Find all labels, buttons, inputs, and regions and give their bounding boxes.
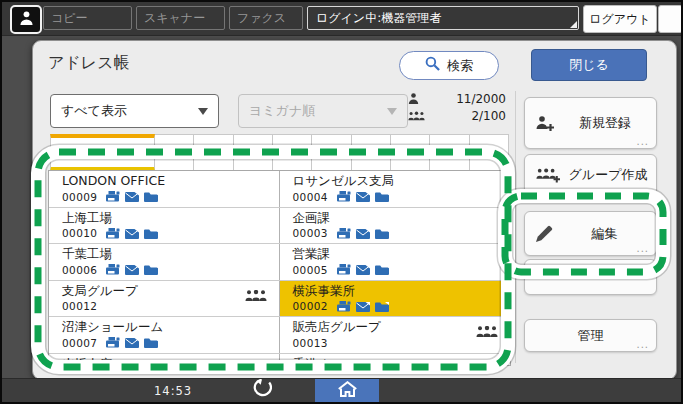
entry-number: 00003 <box>293 227 328 239</box>
button-label: 新規登録 <box>554 114 656 132</box>
folder-icon <box>144 260 158 279</box>
home-icon <box>338 381 357 401</box>
fax-icon <box>106 333 120 352</box>
fax-icon <box>106 260 120 279</box>
mail-icon <box>125 224 139 243</box>
table-row: 千葉工場00006営業課00005 <box>49 244 510 281</box>
address-entry[interactable]: 支局グループ00012 <box>49 281 280 317</box>
display-filter-value: すべて表示 <box>51 102 198 120</box>
chevron-down-icon <box>387 108 397 115</box>
index-tab[interactable] <box>470 134 509 171</box>
new-registration-button[interactable]: 新規登録 ... <box>524 97 657 149</box>
address-entry[interactable]: 営業課00005 <box>280 244 511 280</box>
fax-icon <box>106 187 120 206</box>
login-status-text: ログイン中:機器管理者 <box>316 11 441 25</box>
group-plus-icon <box>536 168 560 183</box>
sort-order-value: ヨミガナ順 <box>239 102 387 120</box>
group-count-icon <box>408 106 425 125</box>
index-tab[interactable] <box>391 134 430 171</box>
search-button[interactable]: 検索 <box>399 51 499 80</box>
entry-number: 00013 <box>293 337 328 349</box>
entry-name: 千葉工場 <box>62 246 279 262</box>
home-button[interactable] <box>315 379 379 402</box>
fax-icon <box>337 187 351 206</box>
entry-number: 00004 <box>293 191 328 203</box>
button-label: 編集 <box>553 225 656 243</box>
tab-fax[interactable]: ファクス <box>229 6 303 30</box>
obscured-action-button[interactable] <box>524 259 657 295</box>
pencil-icon <box>536 225 553 242</box>
entry-name: 沼津ショールーム <box>62 319 279 335</box>
address-entry[interactable]: 千葉工場00006 <box>49 244 280 280</box>
search-icon <box>425 56 440 75</box>
index-tab[interactable] <box>312 134 351 171</box>
top-system-bar: コピー スキャナー ファクス ログイン中:機器管理者 ログアウト <box>2 2 681 36</box>
index-tab[interactable] <box>352 134 391 171</box>
group-icon <box>476 322 498 341</box>
index-tab[interactable] <box>194 134 233 171</box>
logged-in-user-button[interactable] <box>10 5 42 34</box>
edit-button[interactable]: 編集 ... <box>524 211 657 256</box>
mail-icon <box>356 187 370 206</box>
panel-divider <box>515 91 516 363</box>
fax-icon <box>337 260 351 279</box>
entry-name: 香港オフィス <box>293 356 511 367</box>
address-entry[interactable]: 企画課00003 <box>280 208 511 244</box>
more-dots: ... <box>636 243 649 254</box>
entry-name: 企画課 <box>293 210 511 226</box>
mail-icon <box>356 297 370 316</box>
user-count: 11/2000 <box>419 92 506 106</box>
fax-icon <box>337 297 351 316</box>
index-tab-selected[interactable] <box>50 134 155 171</box>
logout-button[interactable]: ログアウト <box>583 5 657 33</box>
table-row: 赤坂支店香港オフィス <box>49 354 510 367</box>
create-group-button[interactable]: グループ作成 <box>524 154 657 196</box>
entry-name: LONDON OFFICE <box>62 173 279 189</box>
table-row: 支局グループ00012横浜事業所00002 <box>49 281 510 318</box>
table-row: 沼津ショールーム00007販売店グループ00013 <box>49 317 510 354</box>
sleep-mode-button[interactable] <box>658 5 683 33</box>
mail-icon <box>356 260 370 279</box>
search-label: 検索 <box>447 57 473 75</box>
index-tab[interactable] <box>234 134 273 171</box>
folder-icon <box>144 187 158 206</box>
folder-icon <box>375 187 389 206</box>
manage-button[interactable]: 管理 ... <box>524 319 657 352</box>
minus-glyph <box>532 275 544 280</box>
address-entry[interactable]: 香港オフィス <box>280 354 511 367</box>
address-entry[interactable]: LONDON OFFICE00009 <box>49 171 280 207</box>
clock: 14:53 <box>154 384 192 398</box>
more-dots: ... <box>636 339 649 350</box>
folder-icon <box>144 333 158 352</box>
entry-number: 00006 <box>62 264 97 276</box>
address-entry[interactable]: 横浜事業所00002 <box>280 281 511 317</box>
address-entry[interactable]: 上海工場00010 <box>49 208 280 244</box>
back-button[interactable] <box>247 379 277 401</box>
address-entry[interactable]: 販売店グループ00013 <box>280 317 511 353</box>
user-icon <box>19 10 34 29</box>
corner-fold-icon <box>570 21 577 28</box>
user-plus-icon <box>536 116 554 131</box>
close-button[interactable]: 閉じる <box>531 49 647 81</box>
entry-name: 赤坂支店 <box>62 356 279 367</box>
entry-name: 横浜事業所 <box>293 283 511 299</box>
index-tab[interactable] <box>430 134 469 171</box>
display-filter-dropdown[interactable]: すべて表示 <box>50 94 219 128</box>
entry-name: 上海工場 <box>62 210 279 226</box>
fax-icon <box>106 224 120 243</box>
index-tab[interactable] <box>155 134 194 171</box>
index-tab[interactable] <box>273 134 312 171</box>
address-entry[interactable]: 沼津ショールーム00007 <box>49 317 280 353</box>
table-row: LONDON OFFICE00009ロサンゼルス支局00004 <box>49 171 510 208</box>
moon-icon <box>664 9 677 30</box>
entry-number: 00005 <box>293 264 328 276</box>
address-entry[interactable]: 赤坂支店 <box>49 354 280 367</box>
login-status[interactable]: ログイン中:機器管理者 <box>307 6 579 30</box>
sort-order-dropdown[interactable]: ヨミガナ順 <box>238 94 408 128</box>
address-entry[interactable]: ロサンゼルス支局00004 <box>280 171 511 207</box>
tab-scanner[interactable]: スキャナー <box>136 6 225 30</box>
mail-icon <box>125 260 139 279</box>
index-tab-strip <box>50 134 509 171</box>
tab-copy[interactable]: コピー <box>43 6 132 30</box>
address-book-panel: アドレス帳 検索 閉じる すべて表示 ヨミガナ順 11/2000 <box>32 40 677 380</box>
